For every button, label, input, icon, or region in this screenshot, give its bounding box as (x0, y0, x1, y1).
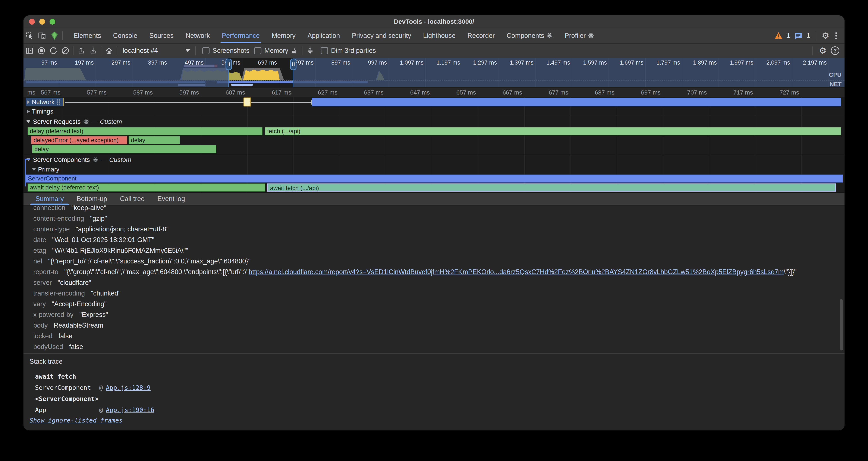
overview-handle-right[interactable] (290, 59, 297, 70)
ruler-tick-label: 717 ms (733, 89, 753, 96)
collect-garbage-icon[interactable] (288, 45, 300, 57)
tab-label: Elements (73, 32, 101, 39)
network-request-pending-block[interactable] (244, 97, 251, 107)
stack-trace-title: Stack trace (29, 358, 832, 366)
flame-bar-label: delay (34, 146, 49, 152)
overview-handle-left[interactable] (225, 59, 232, 70)
history-select-value: localhost #4 (123, 47, 158, 55)
dim-3rd-parties-checkbox[interactable]: Dim 3rd parties (321, 47, 376, 55)
details-tab-event-log[interactable]: Event log (151, 193, 191, 205)
tab-performance[interactable]: Performance (216, 28, 266, 43)
home-icon[interactable] (103, 45, 115, 57)
disclosure-right-icon (27, 110, 30, 113)
track-group-header[interactable]: Server Components— Custom (24, 154, 844, 165)
flame-bar[interactable]: delayedError (...ayed exception) (31, 136, 127, 144)
ruler-tick-label: 727 ms (780, 89, 799, 96)
stack-frame-location-link[interactable]: App.js:128:9 (106, 384, 151, 391)
header-row: server"cloudflare" (33, 277, 832, 288)
overview-tick-label: 1,997 ms (730, 59, 753, 66)
collapse-timeline-icon[interactable] (304, 45, 316, 57)
stack-frame-location-link[interactable]: App.js:190:16 (106, 406, 154, 413)
show-ignore-listed-frames-link[interactable]: Show ignore-listed frames (29, 417, 123, 424)
settings-gear-icon[interactable]: ⚙ (822, 31, 829, 40)
subtrack-header[interactable]: Primary (24, 165, 844, 174)
network-track[interactable]: Network (24, 97, 844, 107)
header-value-prefix: "{\"group\":\"cf-nel\",\"max_age\":60480… (64, 268, 249, 276)
timeline-overview[interactable]: 97 ms197 ms297 ms397 ms497 ms597 ms697 m… (24, 58, 844, 87)
tab-elements[interactable]: Elements (67, 28, 107, 43)
tab-console[interactable]: Console (107, 28, 143, 43)
header-row: content-type"application/json; charset=u… (33, 224, 832, 235)
drag-grip-icon[interactable] (57, 99, 60, 105)
tabbar-right-controls: 1 1 ⚙ (774, 31, 844, 40)
flame-bar[interactable]: delay (32, 145, 216, 153)
flame-bar[interactable]: await fetch (.../api) (267, 183, 836, 192)
clear-button[interactable] (59, 45, 71, 57)
screenshots-checkbox[interactable]: Screenshots (202, 47, 249, 55)
header-value: "application/json; charset=utf-8" (76, 225, 169, 233)
flame-bar-label: delayedError (...ayed exception) (34, 137, 119, 143)
record-and-reload-button[interactable] (48, 45, 59, 57)
divider (816, 31, 816, 40)
tab-network[interactable]: Network (180, 28, 216, 43)
tab-memory[interactable]: Memory (266, 28, 302, 43)
inspect-element-icon[interactable] (24, 29, 36, 42)
header-list: connection"keep-alive"content-encoding"g… (33, 205, 832, 352)
header-row: connection"keep-alive" (33, 205, 832, 213)
toggle-sidebar-icon[interactable] (24, 45, 35, 57)
overview-handle-left-line (228, 69, 229, 87)
tab-lighthouse[interactable]: Lighthouse (417, 28, 462, 43)
panel-tabbar: ElementsConsoleSourcesNetworkPerformance… (24, 28, 844, 44)
header-value-link[interactable]: https://a.nel.cloudflare.com/report/v4?s… (249, 268, 784, 276)
memory-checkbox[interactable]: Memory (254, 47, 288, 55)
warning-icon[interactable] (774, 31, 783, 40)
timings-track-label[interactable]: Timings (26, 107, 56, 116)
flame-bar[interactable]: delay (129, 136, 180, 144)
track-group-header[interactable]: Server Requests— Custom (24, 116, 844, 127)
details-tab-label: Summary (35, 195, 64, 203)
ruler-tick-label: 667 ms (502, 89, 522, 96)
history-select[interactable]: localhost #4 (119, 47, 194, 55)
header-key: bodyUsed (33, 343, 63, 350)
network-request-bar[interactable] (312, 98, 841, 106)
tab-label: Recorder (468, 32, 495, 39)
tab-profiler[interactable]: Profiler (559, 28, 600, 43)
device-toolbar-icon[interactable] (36, 29, 48, 42)
flame-bar[interactable]: await delay (deferred text) (28, 183, 265, 192)
network-track-label[interactable]: Network (26, 98, 63, 106)
details-tab-call-tree[interactable]: Call tree (114, 193, 151, 205)
network-request-whisker[interactable] (65, 102, 312, 103)
overview-tick-label: 1,497 ms (546, 59, 570, 66)
tab-sources[interactable]: Sources (143, 28, 180, 43)
tab-recorder[interactable]: Recorder (462, 28, 501, 43)
flame-bar[interactable]: ServerComponent (26, 174, 843, 182)
issues-message-icon[interactable] (794, 31, 803, 40)
header-value: "keep-alive" (71, 205, 106, 211)
tab-components[interactable]: Components (501, 28, 559, 43)
overview-tick-label: 997 ms (368, 59, 387, 66)
devtools-window: DevTools - localhost:3000/ ElementsConso… (24, 16, 844, 430)
ruler-tick-label: 707 ms (687, 89, 707, 96)
record-button[interactable] (35, 45, 48, 57)
timings-track[interactable]: Timings (24, 107, 844, 116)
kebab-menu-icon[interactable] (833, 31, 839, 40)
save-profile-icon[interactable] (87, 45, 99, 57)
chevron-down-icon (186, 49, 190, 52)
load-profile-icon[interactable] (75, 45, 87, 57)
ruler-tick-label: 687 ms (595, 89, 615, 96)
tab-application[interactable]: Application (302, 28, 346, 43)
vertical-scrollbar[interactable] (840, 299, 843, 350)
tab-privacy-and-security[interactable]: Privacy and security (346, 28, 417, 43)
capture-settings-gear-icon[interactable]: ⚙ (819, 47, 827, 55)
tab-label: Components (507, 32, 544, 39)
details-tab-bottom-up[interactable]: Bottom-up (70, 193, 114, 205)
flame-bar-label: delay (deferred text) (30, 128, 84, 135)
details-tab-summary[interactable]: Summary (29, 193, 70, 205)
window-title: DevTools - localhost:3000/ (24, 18, 844, 25)
ruler-tick-label: 597 ms (179, 89, 199, 96)
flame-bar[interactable]: fetch (.../api) (265, 127, 841, 135)
flame-row: ServerComponent (24, 174, 844, 183)
stack-frame: await fetch (35, 371, 832, 382)
flame-bar[interactable]: delay (deferred text) (28, 127, 262, 135)
help-icon[interactable]: ? (831, 47, 839, 55)
